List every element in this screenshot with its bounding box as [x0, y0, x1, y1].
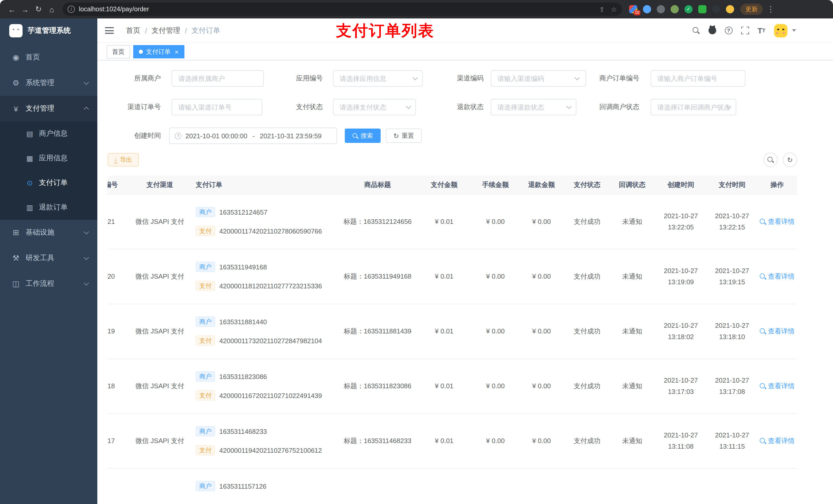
pay-status: 支付成功 — [565, 359, 610, 413]
notify-status: 未通知 — [610, 249, 655, 304]
filter-label: 退款状态 — [432, 99, 484, 115]
channel-order-no-input[interactable] — [172, 99, 262, 115]
create-time-range-picker[interactable]: 2021-10-01 00:00:00 - 2021-10-31 23:59:5… — [169, 127, 337, 144]
active-dot — [139, 50, 143, 54]
pay-status-select[interactable] — [333, 99, 416, 115]
user-avatar[interactable] — [774, 24, 787, 37]
sidebar-item-payment[interactable]: ¥ 支付管理 — [0, 96, 97, 121]
avatar-caret-icon[interactable] — [792, 29, 796, 32]
github-icon[interactable] — [708, 27, 716, 34]
close-icon[interactable]: × — [175, 48, 178, 55]
export-button-label: 导出 — [120, 155, 132, 164]
chevron-down-icon — [84, 229, 89, 234]
export-button[interactable]: ↓ 导出 — [108, 153, 139, 166]
sidebar-item-home[interactable]: ◉ 首页 — [0, 45, 97, 70]
sidebar-toggle-icon[interactable] — [105, 27, 114, 34]
tab-pay-order[interactable]: 支付订单 × — [133, 45, 184, 58]
sidebar-item-merchant-info[interactable]: ▤ 商户信息 — [0, 121, 97, 146]
sidebar-item-refund-order[interactable]: ▥ 退款订单 — [0, 195, 97, 220]
extension-icon[interactable]: 10 — [629, 5, 637, 13]
extension-icon[interactable] — [643, 5, 651, 13]
col-pay-order: 支付订单 — [191, 176, 339, 194]
table-row: 17 微信 JSAPI 支付 商户 1635311468233 支付 42000… — [108, 413, 797, 468]
actions-cell: 查看详情 — [757, 359, 797, 413]
notify-status-select[interactable] — [651, 99, 736, 115]
info-icon[interactable]: i — [68, 6, 75, 13]
view-detail-link[interactable]: 查看详情 — [760, 436, 794, 446]
sidebar-item-pay-order[interactable]: ⊙ 支付订单 — [0, 171, 97, 195]
fullscreen-icon[interactable] — [741, 27, 749, 34]
chevron-down-icon — [84, 281, 89, 286]
profile-avatar-icon[interactable] — [726, 5, 734, 13]
merchant-select[interactable] — [172, 70, 264, 87]
sidebar-item-app-info[interactable]: ▦ 应用信息 — [0, 146, 97, 171]
pay-order-cell: 商户 1635311823086 支付 42000011672021102710… — [191, 359, 339, 413]
refresh-table-button[interactable]: ↻ — [783, 153, 797, 167]
reload-icon[interactable]: ↻ — [32, 5, 45, 14]
view-detail-link[interactable]: 查看详情 — [760, 327, 794, 336]
pay-order-cell: 商户 1635311881440 支付 42000011732021102728… — [191, 304, 339, 359]
sidebar-item-system[interactable]: ⚙ 系统管理 — [0, 70, 97, 96]
font-size-icon[interactable]: TT — [757, 26, 765, 35]
view-detail-link[interactable]: 查看详情 — [760, 272, 794, 281]
breadcrumb-payment[interactable]: 支付管理 — [152, 26, 180, 35]
pay-time-cell: 2021-10-27 13:22:15 — [707, 194, 757, 249]
channel-code-input[interactable] — [491, 70, 586, 87]
home-nav-icon[interactable]: ⌂ — [45, 5, 58, 14]
header-actions: ? TT — [692, 24, 833, 37]
bookmark-star-icon[interactable]: ☆ — [611, 5, 617, 13]
browser-update-button[interactable]: 更新 — [740, 4, 763, 15]
sidebar-item-workflow[interactable]: ◫ 工作流程 — [0, 271, 97, 296]
sidebar-menu: ◉ 首页 ⚙ 系统管理 ¥ 支付管理 ▤ 商户信息 — [0, 43, 97, 296]
search-button[interactable]: 搜索 — [345, 128, 381, 143]
url-bar[interactable]: i localhost:1024/pay/order ⇧ ☆ — [63, 3, 622, 16]
pay-amount: ¥ 0.01 — [416, 359, 472, 413]
search-icon[interactable] — [692, 27, 699, 34]
fee-amount — [472, 468, 519, 504]
create-time-cell — [655, 468, 707, 504]
view-detail-link[interactable]: 查看详情 — [760, 217, 794, 226]
magnifier-icon — [760, 383, 766, 389]
browser-menu-icon[interactable]: ⋮ — [767, 5, 775, 14]
pay-channel: 微信 JSAPI 支付 — [129, 194, 191, 249]
reset-button[interactable]: ↻ 重置 — [386, 128, 422, 143]
chevron-up-icon — [84, 107, 89, 112]
order-table: 编号 支付渠道 支付订单 商品标题 支付金额 手续金额 退款金额 支付状态 回调… — [108, 176, 823, 504]
merchant-order-no-input[interactable] — [651, 70, 745, 87]
sidebar-item-label: 支付订单 — [39, 178, 68, 188]
breadcrumb-home[interactable]: 首页 — [126, 26, 140, 35]
extension-icon[interactable] — [671, 5, 679, 13]
table-toolbar: ↓ 导出 ↻ — [108, 144, 823, 176]
tags-view-bar: 首页 支付订单 × — [97, 43, 833, 61]
filter-label: 创建时间 — [108, 127, 161, 144]
extension-icon[interactable]: ✓ — [685, 5, 693, 13]
pay-amount: ¥ 0.01 — [416, 249, 472, 304]
tab-home[interactable]: 首页 — [106, 45, 130, 58]
pay-time-cell — [707, 468, 757, 504]
app-logo[interactable]: 芋道管理系统 — [0, 19, 97, 43]
create-time-cell: 2021-10-27 13:18:02 — [655, 304, 707, 359]
view-detail-link[interactable]: 查看详情 — [760, 381, 794, 390]
extension-icon[interactable] — [712, 5, 720, 13]
table-header-row: 编号 支付渠道 支付订单 商品标题 支付金额 手续金额 退款金额 支付状态 回调… — [108, 176, 797, 194]
create-time-cell: 2021-10-27 13:19:09 — [655, 249, 707, 304]
refund-status-select[interactable] — [491, 99, 576, 115]
sidebar-item-infrastructure[interactable]: ⊞ 基础设施 — [0, 220, 97, 245]
col-create-time: 创建时间 — [655, 176, 707, 194]
fee-amount: ¥ 0.00 — [472, 304, 519, 359]
app-select[interactable] — [333, 70, 423, 87]
fee-amount: ¥ 0.00 — [472, 413, 519, 468]
share-icon[interactable]: ⇧ — [599, 5, 605, 13]
sidebar: 芋道管理系统 ◉ 首页 ⚙ 系统管理 ¥ 支付管理 — [0, 19, 97, 504]
sidebar-item-dev-tools[interactable]: ⚒ 研发工具 — [0, 245, 97, 271]
help-icon[interactable]: ? — [724, 27, 732, 34]
order-id: 17 — [108, 413, 129, 468]
forward-icon[interactable]: → — [19, 5, 32, 14]
hide-search-button[interactable] — [763, 153, 778, 167]
notify-status: 未通知 — [610, 359, 655, 413]
table-row: 20 微信 JSAPI 支付 商户 1635311949168 支付 42000… — [108, 249, 797, 304]
back-icon[interactable]: ← — [5, 5, 19, 14]
extension-icon[interactable] — [698, 5, 707, 13]
extension-icon[interactable] — [657, 5, 665, 13]
table-row: 19 微信 JSAPI 支付 商户 1635311881440 支付 42000… — [108, 304, 797, 359]
